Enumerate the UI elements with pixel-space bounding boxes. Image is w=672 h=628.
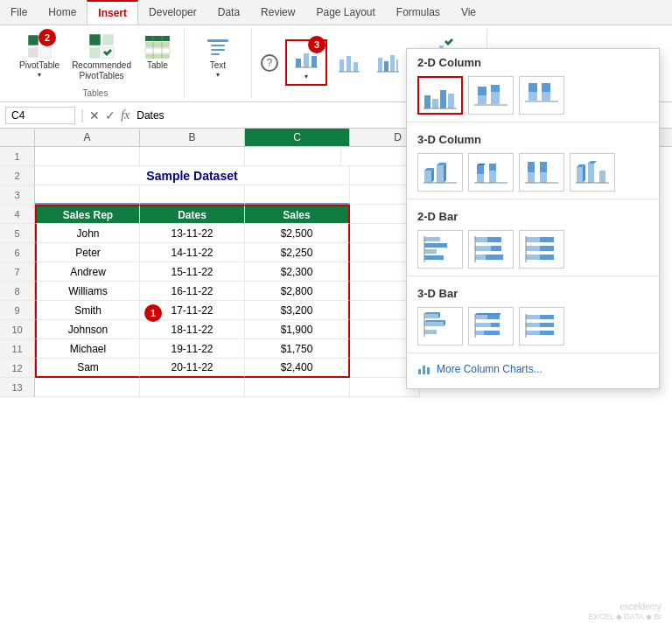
cell-b3[interactable] <box>35 185 140 205</box>
svg-rect-4 <box>89 34 101 45</box>
stacked-column-btn[interactable] <box>468 76 514 115</box>
cell-b12[interactable]: Sam <box>35 359 140 378</box>
svg-rect-102 <box>475 315 487 319</box>
3d-col-btn[interactable] <box>570 153 615 192</box>
col-header-b[interactable]: B <box>140 129 245 146</box>
line-chart-button[interactable] <box>332 49 366 77</box>
cell-b10[interactable]: Johnson <box>35 320 140 339</box>
cell-b1[interactable] <box>35 147 140 166</box>
table-button[interactable]: Table <box>138 29 177 74</box>
scatter-chart-button[interactable] <box>371 49 404 77</box>
svg-rect-89 <box>526 246 540 251</box>
row-num-3: 3 <box>0 185 34 205</box>
clustered-bar-btn[interactable] <box>417 230 463 269</box>
cell-b5[interactable]: John <box>35 224 140 243</box>
cell-b9[interactable]: Smith <box>35 301 140 320</box>
tab-file[interactable]: File <box>0 0 38 24</box>
svg-rect-63 <box>528 172 535 183</box>
cell-d4-header[interactable]: Sales <box>245 205 350 224</box>
tab-developer[interactable]: Developer <box>138 0 207 24</box>
tab-page-layout[interactable]: Page Layout <box>305 0 385 24</box>
badge-2: 2 <box>38 29 56 46</box>
svg-rect-3 <box>40 47 51 58</box>
col-header-a[interactable]: A <box>35 129 140 146</box>
cell-d8[interactable]: $2,800 <box>245 282 350 301</box>
tab-view[interactable]: Vie <box>451 0 486 24</box>
cell-c11[interactable]: 19-11-22 <box>140 339 245 359</box>
svg-rect-36 <box>432 99 438 108</box>
cell-d3[interactable] <box>245 185 350 205</box>
svg-rect-66 <box>540 162 547 172</box>
cell-c1[interactable] <box>140 147 245 166</box>
cell-reference-input[interactable]: C4 <box>5 107 75 124</box>
3d-stacked-column-btn[interactable] <box>468 153 514 192</box>
cell-d13[interactable] <box>245 378 350 397</box>
cell-d11[interactable]: $1,750 <box>245 339 350 359</box>
svg-rect-84 <box>475 255 486 260</box>
cell-b13[interactable] <box>35 378 140 397</box>
confirm-formula-icon[interactable]: ✓ <box>105 108 116 122</box>
tab-home[interactable]: Home <box>38 0 87 24</box>
cell-b8[interactable]: Williams <box>35 282 140 301</box>
col-header-c[interactable]: C <box>245 129 350 146</box>
cell-e1[interactable] <box>341 147 411 166</box>
svg-rect-113 <box>540 323 554 327</box>
svg-rect-53 <box>437 165 444 183</box>
cell-d6[interactable]: $2,250 <box>245 243 350 262</box>
tab-insert[interactable]: Insert <box>87 0 138 24</box>
cell-d5[interactable]: $2,500 <box>245 224 350 243</box>
text-button[interactable]: Text ▾ <box>199 29 237 82</box>
cell-d10[interactable]: $1,900 <box>245 320 350 339</box>
cell-b11[interactable]: Michael <box>35 339 140 359</box>
svg-rect-91 <box>526 255 540 260</box>
insert-function-icon[interactable]: fx <box>121 108 130 122</box>
row-num-12: 12 <box>0 359 34 378</box>
recommended-pivottables-button[interactable]: RecommendedPivotTables <box>66 29 136 85</box>
svg-rect-26 <box>378 58 382 72</box>
3d-100-stacked-column-btn[interactable] <box>519 153 564 192</box>
dataset-title-cell[interactable]: Sample Dataset <box>35 166 350 185</box>
row-num-13: 13 <box>0 378 34 397</box>
chart-row-3d-bar <box>407 304 659 349</box>
cell-b4-header[interactable]: Sales Rep <box>35 205 140 224</box>
cell-d1[interactable] <box>245 147 341 166</box>
tab-formulas[interactable]: Formulas <box>386 0 451 24</box>
cell-c10[interactable]: 18-11-22 <box>140 320 245 339</box>
divider-2 <box>407 199 659 199</box>
cell-b7[interactable]: Andrew <box>35 262 140 282</box>
stacked-bar-btn[interactable] <box>468 230 514 269</box>
100-stacked-column-btn[interactable] <box>519 76 564 115</box>
clustered-column-btn[interactable] <box>417 76 463 115</box>
cell-d12[interactable]: $2,400 <box>245 359 350 378</box>
row-num-1: 1 <box>0 147 34 166</box>
cell-d9[interactable]: $3,200 <box>245 301 350 320</box>
cell-c12[interactable]: 20-11-22 <box>140 359 245 378</box>
cell-c3[interactable] <box>140 185 245 205</box>
chart-row-2d-bar <box>407 227 659 272</box>
cell-c13[interactable] <box>140 378 245 397</box>
3d-clustered-bar-btn[interactable] <box>417 307 463 345</box>
100-stacked-bar-btn[interactable] <box>519 230 564 269</box>
cancel-formula-icon[interactable]: ✕ <box>89 108 100 122</box>
help-button[interactable]: ? <box>259 51 280 75</box>
more-column-charts-link[interactable]: More Column Charts... <box>407 357 659 381</box>
svg-rect-18 <box>296 59 301 67</box>
cell-c8[interactable]: 16-11-22 <box>140 282 245 301</box>
cell-c4-header[interactable]: Dates <box>140 205 245 224</box>
svg-rect-78 <box>424 255 444 260</box>
svg-rect-76 <box>424 243 447 248</box>
tab-data[interactable]: Data <box>207 0 250 24</box>
svg-marker-55 <box>444 163 446 183</box>
svg-rect-114 <box>526 331 540 335</box>
formula-icons: ✕ ✓ fx <box>89 108 130 122</box>
row-num-corner <box>0 129 35 146</box>
tab-review[interactable]: Review <box>250 0 305 24</box>
cell-c7[interactable]: 15-11-22 <box>140 262 245 282</box>
cell-d7[interactable]: $2,300 <box>245 262 350 282</box>
cell-c5[interactable]: 13-11-22 <box>140 224 245 243</box>
3d-clustered-column-btn[interactable] <box>417 153 463 192</box>
3d-stacked-bar-btn[interactable] <box>468 307 514 345</box>
3d-100-stacked-bar-btn[interactable] <box>519 307 564 345</box>
cell-c6[interactable]: 14-11-22 <box>140 243 245 262</box>
cell-b6[interactable]: Peter <box>35 243 140 262</box>
